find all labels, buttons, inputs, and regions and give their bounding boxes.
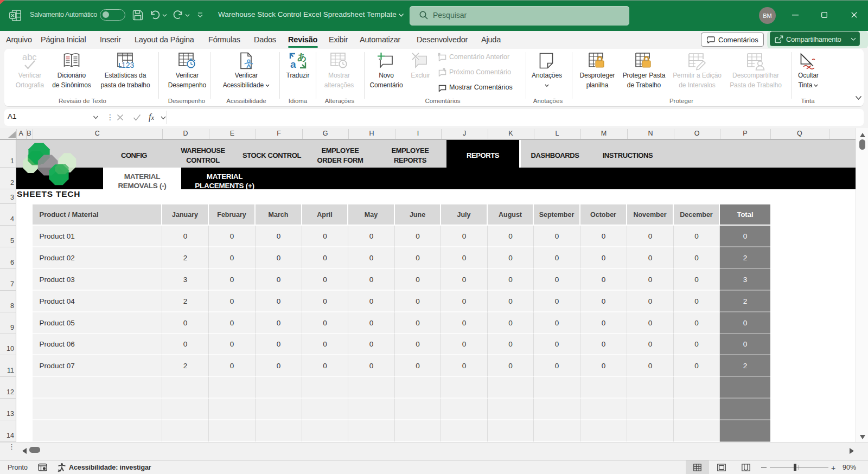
svg-text:123: 123 [122, 61, 135, 69]
svg-text:あ: あ [297, 52, 307, 62]
svg-text:abc: abc [22, 53, 37, 62]
svg-text:a: a [290, 59, 296, 69]
